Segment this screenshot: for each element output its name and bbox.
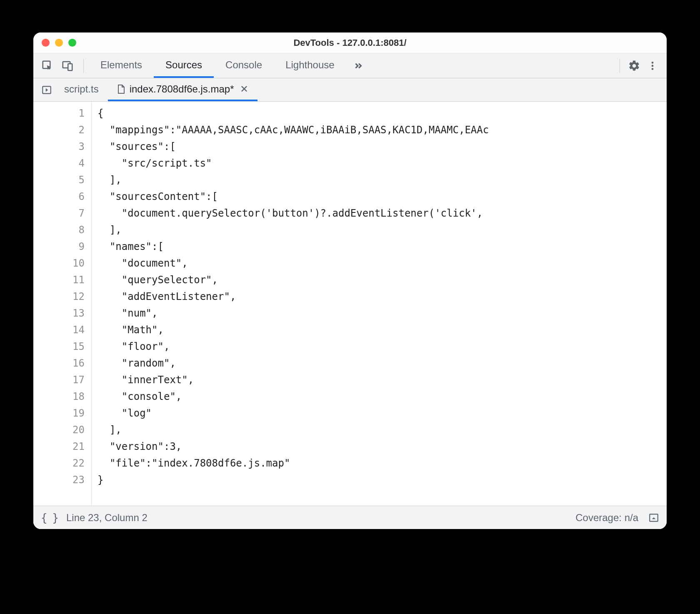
svg-point-4 [652,65,654,67]
settings-icon[interactable] [625,57,643,75]
svg-rect-2 [68,64,72,70]
file-tab-script-ts[interactable]: script.ts [55,78,108,101]
tab-lighthouse[interactable]: Lighthouse [274,53,346,78]
navigator-toggle-icon[interactable] [38,78,55,101]
tab-console[interactable]: Console [214,53,274,78]
window-title: DevTools - 127.0.0.1:8081/ [33,37,667,48]
file-tab-label: index.7808df6e.js.map* [130,83,234,95]
code-content[interactable]: { "mappings":"AAAAA,SAASC,cAAc,WAAWC,iBA… [92,102,667,506]
titlebar: DevTools - 127.0.0.1:8081/ [33,32,667,53]
minimize-window-button[interactable] [55,39,63,47]
svg-point-3 [652,62,654,64]
cursor-position: Line 23, Column 2 [66,512,148,524]
status-bar: { } Line 23, Column 2 Coverage: n/a [33,506,667,529]
line-gutter: 1234567891011121314151617181920212223 [33,102,92,506]
svg-point-5 [652,68,654,70]
main-toolbar: Elements Sources Console Lighthouse [33,53,667,78]
code-editor[interactable]: 1234567891011121314151617181920212223 { … [33,102,667,506]
close-window-button[interactable] [42,39,50,47]
panel-tabs: Elements Sources Console Lighthouse [89,53,370,78]
pretty-print-icon[interactable]: { } [41,512,58,524]
toolbar-divider [83,59,84,73]
file-tabs: script.ts index.7808df6e.js.map* ✕ [33,78,667,102]
window-controls [42,39,76,47]
file-tab-label: script.ts [64,83,99,95]
more-tabs-icon[interactable] [346,53,370,78]
tab-sources[interactable]: Sources [154,53,214,78]
inspect-element-icon[interactable] [38,57,57,75]
kebab-menu-icon[interactable] [643,57,662,75]
coverage-label: Coverage: n/a [575,512,638,524]
bottom-drawer-icon[interactable] [648,512,659,523]
file-tab-sourcemap[interactable]: index.7808df6e.js.map* ✕ [108,78,258,101]
maximize-window-button[interactable] [68,39,76,47]
toolbar-divider [620,59,620,73]
file-icon [117,84,125,94]
close-tab-icon[interactable]: ✕ [240,83,248,95]
devtools-window: DevTools - 127.0.0.1:8081/ Elements Sour… [33,32,667,529]
device-toolbar-icon[interactable] [58,57,77,75]
tab-elements[interactable]: Elements [89,53,154,78]
